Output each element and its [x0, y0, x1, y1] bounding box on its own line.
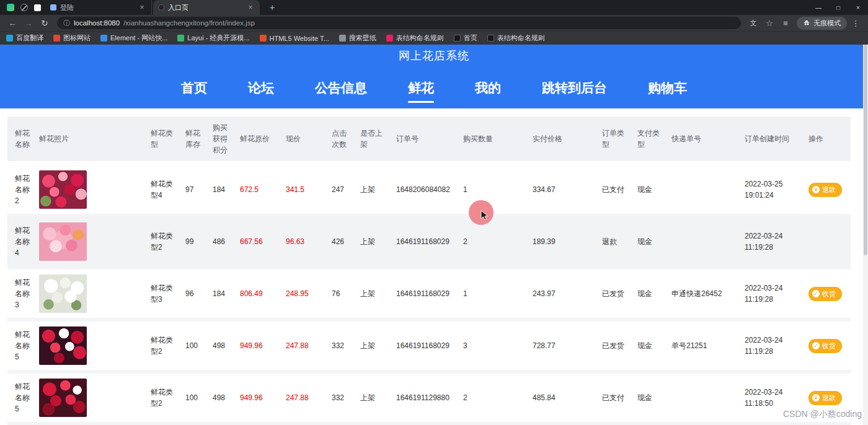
current-price-cell: 96.63	[282, 216, 328, 268]
pinned-tab-icon-2[interactable]	[34, 4, 41, 11]
original-price-cell: 667.56	[236, 216, 282, 268]
pay-type-cell: 现金	[634, 372, 668, 424]
type-cell: 鲜花类型4	[147, 164, 182, 216]
type-cell: 鲜花类型3	[147, 268, 182, 320]
tab-favicon	[158, 4, 164, 11]
bookmark-item[interactable]: 百度翻译	[6, 33, 43, 43]
order-type-cell: 已发货	[598, 320, 634, 372]
pinned-tab-icon[interactable]	[7, 4, 14, 11]
table-header-row: 鲜花名称 鲜花照片 鲜花类型 鲜花库存 购买获得积分 鲜花原价 现价 点击次数 …	[7, 116, 851, 164]
receive-button[interactable]: ✓收货	[808, 287, 842, 301]
created-cell: 2022-03-24 11:19:28	[741, 268, 805, 320]
bookmark-item[interactable]: Layui - 经典开源模...	[177, 33, 249, 43]
csdn-watermark: CSDN @小蔡coding	[783, 409, 862, 420]
clicks-cell: 247	[328, 164, 356, 216]
bookmark-favicon	[177, 35, 184, 42]
incognito-badge[interactable]: 无痕模式	[797, 17, 847, 30]
back-button[interactable]: ←	[5, 19, 20, 28]
bookmark-favicon	[53, 35, 60, 42]
column-header: 操作	[805, 116, 851, 164]
order-no-cell: 1646191129880	[392, 372, 459, 424]
bookmark-favicon	[386, 35, 393, 42]
column-header: 订单号	[392, 116, 459, 164]
bookmark-item[interactable]: 表结构命名规则	[487, 33, 545, 43]
tab-close-icon[interactable]: ×	[246, 3, 255, 12]
tab-title: 登陆	[60, 3, 134, 12]
scrollbar-thumb[interactable]	[864, 45, 867, 255]
side-panel-icon[interactable]: ≡	[778, 19, 793, 28]
shelf-cell: 上架	[356, 164, 392, 216]
original-price-cell: 949.96	[236, 372, 282, 424]
paid-price-cell: 485.84	[529, 372, 598, 424]
points-cell: 184	[209, 164, 236, 216]
browser-tab-login[interactable]: 登陆 ×	[45, 0, 152, 15]
browser-tab-entry[interactable]: 入口页 ×	[153, 0, 260, 15]
shelf-cell: 上架	[356, 268, 392, 320]
column-header: 购买数量	[459, 116, 529, 164]
clicks-cell: 426	[328, 216, 356, 268]
new-tab-button[interactable]: +	[266, 2, 278, 12]
check-icon: ✓	[812, 342, 820, 349]
bookmark-item[interactable]: 表结构命名规则	[386, 33, 444, 43]
order-no-cell: 1648206084082	[392, 164, 459, 216]
tab-title: 入口页	[168, 3, 242, 12]
reload-button[interactable]: ↻	[37, 19, 52, 28]
nav-flowers[interactable]: 鲜花	[408, 79, 434, 97]
photo-cell	[35, 164, 147, 216]
bookmark-item[interactable]: HTML5 Website T...	[260, 35, 329, 42]
table-row: 鲜花名称5 鲜花类型2 100 498 949.96 247.88 332 上架…	[7, 372, 851, 424]
column-header: 是否上架	[356, 116, 392, 164]
incognito-pinned-tab-icon[interactable]	[20, 4, 28, 11]
nav-mine[interactable]: 我的	[475, 79, 501, 97]
bookmark-favicon	[260, 35, 267, 42]
more-menu-icon[interactable]: ⋮	[848, 19, 863, 28]
minimize-button[interactable]: —	[808, 4, 828, 11]
refund-button[interactable]: ¥退款	[808, 391, 842, 405]
close-window-button[interactable]: ×	[848, 4, 868, 11]
created-cell: 2022-03-24 11:19:28	[741, 320, 805, 372]
original-price-cell: 806.49	[236, 268, 282, 320]
order-no-cell: 1646191168029	[392, 320, 459, 372]
address-bar[interactable]: ⓘ localhost:8080/xianhuashangchengxitong…	[57, 17, 741, 29]
nav-cart[interactable]: 购物车	[648, 79, 687, 97]
browser-tab-strip: 登陆 × 入口页 × + — □ ×	[0, 0, 868, 15]
nav-forum[interactable]: 论坛	[248, 79, 274, 97]
nav-announcements[interactable]: 公告信息	[315, 79, 367, 97]
bookmark-star-icon[interactable]: ☆	[762, 19, 777, 28]
column-header: 鲜花照片	[35, 116, 147, 164]
action-cell	[805, 216, 851, 268]
created-cell: 2022-03-25 19:01:24	[741, 164, 805, 216]
shelf-cell: 上架	[356, 372, 392, 424]
bookmark-label: 搜索壁纸	[349, 33, 376, 43]
nav-home[interactable]: 首页	[181, 79, 207, 97]
created-cell: 2022-03-24 11:19:28	[741, 216, 805, 268]
cursor-arrow-icon	[480, 211, 489, 221]
column-header: 订单创建时间	[741, 116, 805, 164]
bookmark-item[interactable]: Element - 网站快...	[100, 33, 167, 43]
yen-icon: ¥	[812, 394, 820, 401]
column-header: 订单类型	[598, 116, 634, 164]
forward-button[interactable]: →	[21, 19, 36, 28]
points-cell: 184	[209, 268, 236, 320]
stock-cell: 100	[182, 372, 209, 424]
column-header: 实付价格	[529, 116, 598, 164]
shelf-cell: 上架	[356, 216, 392, 268]
bookmark-item[interactable]: 首页	[454, 33, 477, 43]
receive-button[interactable]: ✓收货	[808, 339, 842, 353]
nav-admin-backend[interactable]: 跳转到后台	[542, 79, 607, 97]
bookmark-item[interactable]: 搜索壁纸	[339, 33, 376, 43]
bookmark-item[interactable]: 图标网站	[53, 33, 91, 43]
button-label: 退款	[822, 185, 836, 195]
action-cell: ✓收货	[805, 320, 851, 372]
express-cell	[668, 372, 741, 424]
translate-icon[interactable]: 文	[746, 19, 761, 28]
maximize-button[interactable]: □	[828, 4, 848, 11]
page-scrollbar[interactable]	[863, 45, 868, 425]
refund-button[interactable]: ¥退款	[808, 183, 842, 197]
tab-close-icon[interactable]: ×	[138, 3, 146, 12]
bookmark-favicon	[6, 35, 13, 42]
site-info-icon[interactable]: ⓘ	[63, 19, 70, 28]
name-cell: 鲜花名称3	[7, 268, 35, 320]
tab-favicon	[50, 4, 56, 11]
bookmark-favicon	[100, 35, 107, 42]
